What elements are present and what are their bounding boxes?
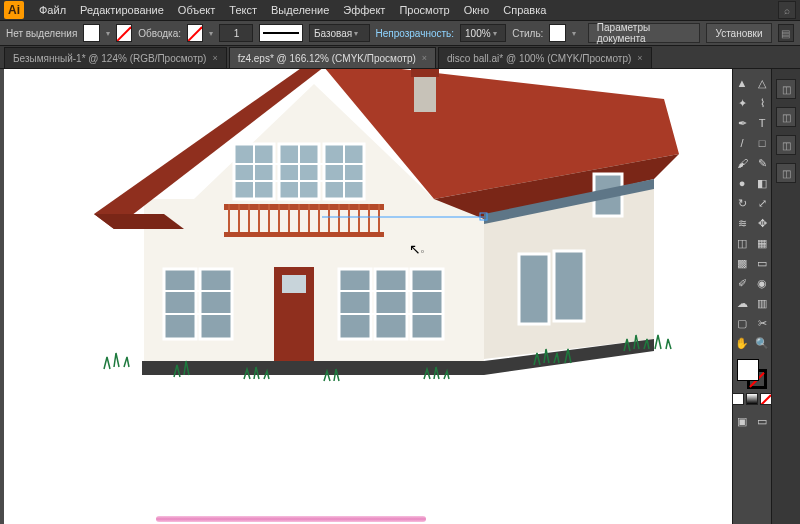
menu-Редактирование[interactable]: Редактирование: [73, 1, 171, 19]
graph-tool[interactable]: ▥: [752, 293, 772, 313]
menu-Файл[interactable]: Файл: [32, 1, 73, 19]
symbols-panel-icon[interactable]: ◫: [776, 163, 796, 183]
swatches-panel-icon[interactable]: ◫: [776, 107, 796, 127]
screen-mode-tool[interactable]: ▣: [732, 411, 752, 431]
svg-rect-47: [554, 251, 584, 321]
symbol-tool[interactable]: ☁: [732, 293, 752, 313]
menu-Выделение[interactable]: Выделение: [264, 1, 336, 19]
svg-rect-7: [414, 74, 436, 112]
stroke-dropdown[interactable]: ▾: [209, 29, 213, 38]
stroke-label: Обводка:: [138, 28, 181, 39]
pink-stripe[interactable]: [156, 516, 426, 522]
style-dropdown[interactable]: ▾: [572, 29, 576, 38]
menu-Эффект[interactable]: Эффект: [336, 1, 392, 19]
rotate-tool[interactable]: ↻: [732, 193, 752, 213]
width-tool[interactable]: ≋: [732, 213, 752, 233]
prefs-button[interactable]: Установки: [706, 23, 771, 43]
menu-Объект[interactable]: Объект: [171, 1, 222, 19]
close-icon[interactable]: ×: [637, 53, 642, 63]
mesh-tool[interactable]: ▩: [732, 253, 752, 273]
rectangle-tool[interactable]: □: [752, 133, 772, 153]
fill-swatch[interactable]: [83, 24, 99, 42]
close-icon[interactable]: ×: [212, 53, 217, 63]
opacity-input[interactable]: 100%▾: [460, 24, 506, 42]
change-screen-tool[interactable]: ▭: [752, 411, 772, 431]
stroke-style-dropdown[interactable]: Базовая▾: [309, 24, 370, 42]
style-label: Стиль:: [512, 28, 543, 39]
pink-stripes-artwork[interactable]: [156, 516, 426, 524]
zoom-tool[interactable]: 🔍: [752, 333, 772, 353]
color-panel-icon[interactable]: ◫: [776, 79, 796, 99]
stroke-weight-input[interactable]: [219, 24, 253, 42]
artboard[interactable]: ↖▫: [4, 69, 732, 524]
perspective-tool[interactable]: ▦: [752, 233, 772, 253]
menu-bar: Ai ФайлРедактированиеОбъектТекстВыделени…: [0, 0, 800, 21]
menu-Справка[interactable]: Справка: [496, 1, 553, 19]
svg-rect-36: [200, 269, 232, 339]
svg-rect-8: [411, 69, 439, 77]
artboard-tool[interactable]: ▢: [732, 313, 752, 333]
document-params-button[interactable]: Параметры документа: [588, 23, 701, 43]
svg-rect-38: [375, 269, 407, 339]
menu-Окно[interactable]: Окно: [457, 1, 497, 19]
line-tool[interactable]: /: [732, 133, 752, 153]
hand-tool[interactable]: ✋: [732, 333, 752, 353]
scale-tool[interactable]: ⤢: [752, 193, 772, 213]
brushes-panel-icon[interactable]: ◫: [776, 135, 796, 155]
svg-rect-35: [164, 269, 196, 339]
free-transform-tool[interactable]: ✥: [752, 213, 772, 233]
eyedropper-tool[interactable]: ✐: [732, 273, 752, 293]
select-tool[interactable]: ▲: [732, 73, 752, 93]
gradient-tool[interactable]: ▭: [752, 253, 772, 273]
pencil-tool[interactable]: ✎: [752, 153, 772, 173]
fill-none-swatch[interactable]: [116, 24, 132, 42]
document-tab[interactable]: disco ball.ai* @ 100% (CMYK/Просмотр)×: [438, 47, 651, 68]
menu-Просмотр[interactable]: Просмотр: [392, 1, 456, 19]
svg-rect-34: [224, 232, 384, 237]
style-swatch[interactable]: [549, 24, 565, 42]
stroke-swatch[interactable]: [187, 24, 203, 42]
svg-rect-39: [411, 269, 443, 339]
shape-builder-tool[interactable]: ◫: [732, 233, 752, 253]
blend-tool[interactable]: ◉: [752, 273, 772, 293]
none-mode-icon[interactable]: [760, 393, 772, 405]
gradient-mode-icon[interactable]: [746, 393, 758, 405]
brush-tool[interactable]: 🖌: [732, 153, 752, 173]
fill-dropdown[interactable]: ▾: [106, 29, 110, 38]
blob-brush-tool[interactable]: ●: [732, 173, 752, 193]
collapsed-panels: ◫◫◫◫: [771, 69, 800, 524]
options-bar: Нет выделения ▾ Обводка: ▾ Базовая▾ Непр…: [0, 21, 800, 46]
pen-tool[interactable]: ✒: [732, 113, 752, 133]
fill-box[interactable]: [737, 359, 759, 381]
close-icon[interactable]: ×: [422, 53, 427, 63]
slice-tool[interactable]: ✂: [752, 313, 772, 333]
document-tab[interactable]: fz4.eps* @ 166.12% (CMYK/Просмотр)×: [229, 47, 436, 68]
lasso-tool[interactable]: ⌇: [752, 93, 772, 113]
tools-panel: ▲△✦⌇✒T/□🖌✎●◧↻⤢≋✥◫▦▩▭✐◉☁▥▢✂✋🔍▣▭: [732, 69, 771, 524]
no-selection-label: Нет выделения: [6, 28, 77, 39]
menu-Текст[interactable]: Текст: [222, 1, 264, 19]
document-tabs: Безымянный-1* @ 124% (RGB/Просмотр)×fz4.…: [0, 46, 800, 69]
direct-select-tool[interactable]: △: [752, 73, 772, 93]
eraser-tool[interactable]: ◧: [752, 173, 772, 193]
app-logo: Ai: [4, 1, 24, 19]
panel-menu-icon[interactable]: ▤: [778, 24, 794, 42]
house-artwork[interactable]: [64, 69, 684, 409]
svg-rect-46: [519, 254, 549, 324]
svg-rect-37: [339, 269, 371, 339]
magic-wand-tool[interactable]: ✦: [732, 93, 752, 113]
fill-stroke-control[interactable]: [737, 359, 767, 389]
search-icon[interactable]: ⌕: [778, 1, 796, 19]
document-tab[interactable]: Безымянный-1* @ 124% (RGB/Просмотр)×: [4, 47, 227, 68]
opacity-label: Непрозрачность:: [376, 28, 455, 39]
canvas-area[interactable]: ↖▫: [0, 69, 732, 524]
stroke-profile[interactable]: [259, 24, 303, 42]
svg-rect-45: [282, 275, 306, 293]
type-tool[interactable]: T: [752, 113, 772, 133]
color-mode-icon[interactable]: [732, 393, 744, 405]
